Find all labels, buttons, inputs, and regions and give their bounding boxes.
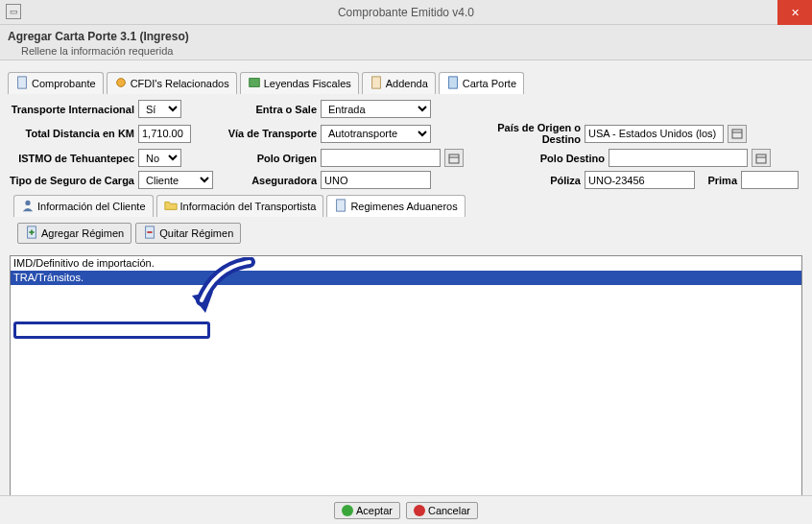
folder-icon: [164, 199, 178, 214]
add-icon: [25, 226, 38, 241]
link-icon: [114, 76, 128, 91]
button-label: Agregar Régimen: [41, 227, 124, 239]
input-pais-origen[interactable]: [585, 125, 724, 143]
select-transporte-internacional[interactable]: Sí: [138, 100, 181, 118]
form-area: Transporte Internacional Sí Entra o Sale…: [0, 94, 812, 250]
ok-icon: [342, 505, 353, 516]
input-polo-destino[interactable]: [609, 149, 748, 167]
cancelar-button[interactable]: Cancelar: [406, 502, 478, 519]
list-item[interactable]: IMD/Definitivo de importación.: [11, 256, 801, 271]
outer-tabs: Comprobante CFDI's Relacionados Leyendas…: [8, 72, 804, 94]
list-item[interactable]: TRA/Tránsitos.: [11, 271, 801, 285]
tab-regimenes-aduaneros[interactable]: Regimenes Aduaneros: [326, 195, 465, 217]
label-polo-destino: Polo Destino: [467, 153, 605, 164]
tab-label: Carta Porte: [463, 78, 516, 89]
book-icon: [248, 76, 261, 91]
input-poliza[interactable]: [585, 171, 695, 189]
tab-label: Regimenes Aduaneros: [350, 201, 457, 212]
user-icon: [21, 199, 35, 214]
document-icon: [15, 76, 29, 91]
tab-informacion-cliente[interactable]: Información del Cliente: [13, 195, 154, 217]
label-tipo-seguro: Tipo de Seguro de Carga: [10, 175, 134, 186]
input-prima[interactable]: [741, 171, 799, 189]
select-entra-sale[interactable]: Entrada: [321, 100, 431, 118]
lookup-polo-destino-button[interactable]: [752, 149, 771, 167]
page-icon: [370, 76, 383, 91]
tab-addenda[interactable]: Addenda: [362, 72, 436, 94]
close-button[interactable]: ✕: [777, 0, 812, 25]
label-via-transporte: Vía de Transporte: [226, 128, 317, 139]
lookup-polo-origen-button[interactable]: [444, 149, 464, 167]
tab-label: Leyendas Fiscales: [264, 78, 351, 89]
lookup-pais-button[interactable]: [728, 125, 747, 143]
carta-porte-icon: [446, 76, 460, 91]
label-aseguradora: Aseguradora: [226, 175, 317, 186]
app-icon: ▭: [6, 4, 21, 19]
button-label: Cancelar: [428, 505, 470, 516]
header: Agregar Carta Porte 3.1 (Ingreso) Rellen…: [0, 25, 812, 60]
cancel-icon: [414, 505, 425, 516]
remove-icon: [143, 226, 156, 241]
titlebar: ▭ Comprobante Emitido v4.0 ✕: [0, 0, 812, 25]
aceptar-button[interactable]: Aceptar: [334, 502, 400, 519]
svg-rect-3: [371, 77, 380, 88]
tab-label: CFDI's Relacionados: [131, 78, 229, 89]
input-aseguradora[interactable]: [321, 171, 431, 189]
tab-comprobante[interactable]: Comprobante: [8, 72, 104, 94]
tab-label: Comprobante: [32, 78, 96, 89]
inner-tabs: Información del Cliente Información del …: [10, 195, 802, 217]
svg-point-11: [25, 201, 30, 205]
svg-rect-9: [756, 155, 766, 163]
svg-point-1: [116, 79, 125, 87]
tab-label: Información del Cliente: [37, 201, 146, 212]
input-total-distancia[interactable]: [138, 125, 191, 143]
svg-rect-7: [449, 155, 459, 163]
page-title: Agregar Carta Porte 3.1 (Ingreso): [8, 30, 804, 43]
svg-rect-5: [732, 130, 742, 138]
svg-rect-4: [448, 77, 457, 88]
button-bar: Agregar Régimen Quitar Régimen: [10, 223, 802, 244]
tab-informacion-transportista[interactable]: Información del Transportista: [156, 195, 324, 217]
svg-rect-12: [337, 200, 346, 211]
label-entra-sale: Entra o Sale: [226, 104, 317, 115]
tab-cfdi-relacionados[interactable]: CFDI's Relacionados: [107, 72, 237, 94]
page-subtitle: Rellene la información requerida: [21, 45, 804, 57]
label-prima: Prima: [699, 175, 737, 186]
tab-label: Addenda: [386, 78, 428, 89]
label-poliza: Póliza: [456, 175, 581, 186]
select-via-transporte[interactable]: Autotransporte: [321, 125, 431, 143]
quitar-regimen-button[interactable]: Quitar Régimen: [135, 223, 241, 244]
label-polo-origen: Polo Origen: [226, 153, 317, 164]
agregar-regimen-button[interactable]: Agregar Régimen: [17, 223, 131, 244]
label-istmo: ISTMO de Tehuantepec: [10, 153, 134, 164]
label-transporte-internacional: Transporte Internacional: [10, 104, 134, 115]
tab-carta-porte[interactable]: Carta Porte: [439, 72, 524, 94]
button-label: Aceptar: [356, 505, 393, 516]
label-total-distancia: Total Distancia en KM: [10, 128, 134, 139]
input-polo-origen[interactable]: [321, 149, 441, 167]
select-tipo-seguro[interactable]: Cliente: [138, 171, 213, 189]
select-istmo[interactable]: No: [138, 149, 181, 167]
document-icon: [334, 199, 347, 214]
svg-rect-0: [18, 77, 27, 88]
regimenes-list[interactable]: IMD/Definitivo de importación. TRA/Tráns…: [10, 255, 802, 524]
tab-label: Información del Transportista: [180, 201, 317, 212]
label-pais-origen: País de Origen o Destino: [456, 122, 581, 145]
svg-rect-2: [249, 79, 259, 87]
window-title: Comprobante Emitido v4.0: [338, 6, 474, 19]
button-label: Quitar Régimen: [159, 227, 233, 239]
footer: Aceptar Cancelar: [0, 495, 812, 524]
tab-leyendas-fiscales[interactable]: Leyendas Fiscales: [240, 72, 359, 94]
